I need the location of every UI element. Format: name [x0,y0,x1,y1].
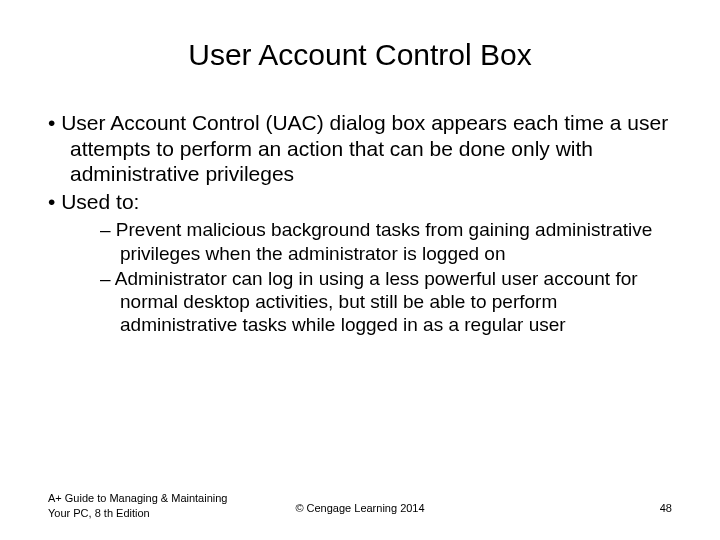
slide-content: User Account Control (UAC) dialog box ap… [0,80,720,336]
footer-page-number: 48 [660,501,672,515]
bullet-list: User Account Control (UAC) dialog box ap… [48,110,672,336]
sub-list: Prevent malicious background tasks from … [100,218,672,336]
bullet-text: Used to: [61,190,139,213]
bullet-item: Used to: Prevent malicious background ta… [48,189,672,336]
footer-source: A+ Guide to Managing & Maintaining Your … [48,491,248,520]
bullet-item: User Account Control (UAC) dialog box ap… [48,110,672,187]
sub-item: Administrator can log in using a less po… [100,267,672,337]
sub-item: Prevent malicious background tasks from … [100,218,672,264]
footer-copyright: © Cengage Learning 2014 [295,501,424,515]
slide-title: User Account Control Box [0,0,720,80]
